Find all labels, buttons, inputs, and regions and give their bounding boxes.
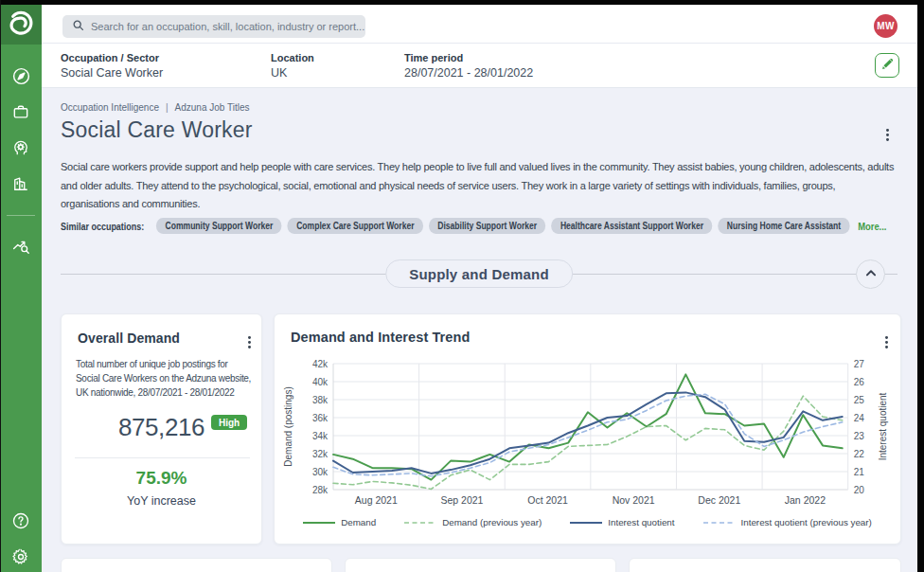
svg-text:28k: 28k — [312, 485, 329, 495]
supply-demand-section-header: Supply and Demand — [61, 259, 897, 289]
briefcase-icon — [11, 102, 30, 121]
avatar[interactable]: MW — [874, 14, 897, 38]
svg-text:38k: 38k — [312, 395, 329, 405]
legend-item[interactable]: Interest quotient (previous year) — [703, 517, 872, 527]
top-header: Search for an occupation, skill, locatio… — [42, 5, 917, 44]
next-row-card — [345, 558, 616, 572]
window-frame-right — [917, 0, 924, 572]
filter-value: UK — [271, 66, 314, 80]
legend-item[interactable]: Demand — [303, 517, 376, 527]
next-row-card — [629, 558, 901, 572]
search-input[interactable]: Search for an occupation, skill, locatio… — [62, 15, 365, 38]
legend-label: Interest quotient (previous year) — [741, 517, 872, 527]
overall-demand-title: Overall Demand — [78, 331, 180, 346]
more-link[interactable]: More... — [858, 221, 886, 232]
svg-text:26: 26 — [854, 377, 865, 387]
spiral-logo-icon — [7, 9, 35, 41]
overall-demand-card: Overall Demand Total number of unique jo… — [61, 313, 262, 545]
app-logo[interactable] — [0, 5, 42, 45]
search-placeholder: Search for an occupation, skill, locatio… — [91, 21, 364, 32]
sidebar-item-trend-search-icon[interactable] — [0, 227, 42, 263]
svg-text:Demand (postings): Demand (postings) — [283, 386, 293, 466]
buildings-icon — [11, 174, 30, 193]
breadcrumb-item-occupation-intelligence[interactable]: Occupation Intelligence — [61, 102, 159, 113]
legend-label: Demand — [341, 517, 376, 527]
legend-line-sample — [303, 521, 335, 525]
svg-text:20: 20 — [854, 485, 865, 495]
svg-text:Interest quotient: Interest quotient — [878, 392, 888, 460]
legend-label: Demand (previous year) — [442, 517, 542, 527]
svg-text:Jan 2022: Jan 2022 — [785, 494, 826, 506]
window-frame-top — [0, 0, 924, 5]
pencil-icon — [880, 57, 895, 75]
filter-field-time-period: Time period28/07/2021 - 28/01/2022 — [404, 52, 533, 80]
svg-text:23: 23 — [854, 431, 865, 441]
similar-occupation-chip[interactable]: Nursing Home Care Assistant — [718, 218, 849, 234]
page-title: Social Care Worker — [61, 117, 253, 143]
page-menu-button[interactable] — [883, 126, 892, 144]
svg-text:40k: 40k — [312, 377, 329, 387]
next-row-card — [61, 558, 332, 572]
sidebar-item-settings-icon[interactable] — [0, 539, 42, 572]
trend-chart: 42k2740k2638k2536k2434k2332k2230k2128k20… — [275, 314, 902, 545]
breadcrumb: Occupation Intelligence|Adzuna Job Title… — [61, 102, 250, 113]
overall-demand-menu-button[interactable] — [245, 333, 254, 351]
edit-filters-button[interactable] — [875, 53, 899, 78]
sidebar-item-briefcase-icon[interactable] — [0, 94, 42, 130]
window-frame-left — [0, 0, 1, 572]
demand-interest-trend-card: Demand and Interest Trend 42k2740k2638k2… — [274, 313, 901, 545]
svg-text:Nov 2021: Nov 2021 — [613, 494, 655, 506]
compass-icon — [11, 66, 31, 86]
sidebar-item-buildings-icon[interactable] — [0, 166, 42, 202]
search-icon — [72, 18, 91, 35]
sidebar-item-compass-icon[interactable] — [0, 58, 42, 94]
legend-line-sample — [570, 521, 602, 525]
similar-occupation-chip[interactable]: Healthcare Assistant Support Worker — [552, 218, 713, 234]
yoy-value: 75.9% — [62, 468, 261, 489]
similar-occupations-label: Similar occupations: — [61, 221, 144, 232]
sidebar-nav — [0, 45, 42, 263]
svg-text:30k: 30k — [312, 467, 329, 477]
svg-text:36k: 36k — [312, 413, 329, 423]
filter-field-occupation-sector: Occupation / SectorSocial Care Worker — [61, 52, 163, 80]
help-icon — [11, 511, 30, 530]
legend-line-sample — [703, 521, 736, 525]
similar-occupations-row: Similar occupations: Community Support W… — [61, 218, 886, 234]
filter-label: Occupation / Sector — [61, 52, 163, 63]
page-description: Social care workers provide support and … — [61, 158, 908, 214]
filter-label: Location — [271, 52, 314, 63]
breadcrumb-item-adzuna-job-titles[interactable]: Adzuna Job Titles — [175, 102, 250, 113]
svg-text:27: 27 — [854, 359, 865, 369]
sidebar — [0, 5, 42, 572]
main-content: Occupation Intelligence|Adzuna Job Title… — [42, 88, 917, 572]
svg-text:42k: 42k — [312, 359, 329, 369]
legend-item[interactable]: Demand (previous year) — [404, 517, 542, 527]
sidebar-item-help-icon[interactable] — [0, 503, 42, 539]
svg-text:34k: 34k — [312, 431, 329, 441]
trend-search-icon — [11, 236, 31, 256]
chart-legend: DemandDemand (previous year)Interest quo… — [275, 517, 900, 527]
svg-text:Aug 2021: Aug 2021 — [355, 494, 398, 506]
overall-demand-description: Total number of unique job postings for … — [76, 358, 260, 400]
section-title-pill[interactable]: Supply and Demand — [385, 259, 573, 288]
svg-text:25: 25 — [854, 395, 865, 405]
filter-bar: Occupation / SectorSocial Care WorkerLoc… — [42, 44, 917, 88]
svg-text:21: 21 — [854, 467, 865, 477]
section-collapse-button[interactable] — [856, 259, 885, 289]
similar-occupation-chip[interactable]: Complex Care Support Worker — [288, 218, 423, 234]
svg-text:24: 24 — [854, 413, 865, 423]
similar-occupation-chip[interactable]: Community Support Worker — [156, 218, 282, 234]
filter-value: Social Care Worker — [61, 66, 163, 80]
similar-occupation-chip[interactable]: Disability Support Worker — [429, 218, 546, 234]
legend-line-sample — [404, 521, 436, 525]
sidebar-item-head-gear-icon[interactable] — [0, 130, 42, 166]
filter-value: 28/07/2021 - 28/01/2022 — [404, 66, 533, 80]
svg-text:32k: 32k — [312, 449, 329, 459]
svg-text:22: 22 — [854, 449, 865, 459]
demand-level-badge: High — [211, 415, 247, 430]
filter-label: Time period — [404, 52, 533, 63]
svg-text:Oct 2021: Oct 2021 — [527, 494, 568, 506]
head-gear-icon — [11, 138, 30, 157]
legend-item[interactable]: Interest quotient — [570, 517, 674, 527]
chevron-up-icon — [864, 266, 878, 283]
